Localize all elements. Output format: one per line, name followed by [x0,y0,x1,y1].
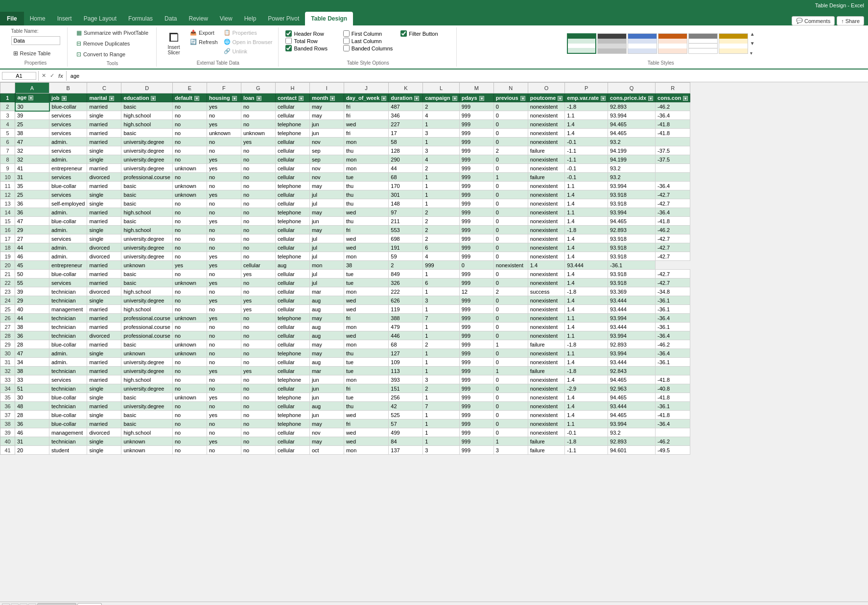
data-cell[interactable]: married [87,358,121,367]
data-cell[interactable]: 0 [493,296,528,305]
data-cell[interactable]: university.degree [121,367,172,375]
data-cell[interactable]: no [207,331,241,340]
data-cell[interactable]: 0 [493,252,528,261]
data-cell[interactable]: fri [344,419,388,428]
data-cell[interactable]: no [241,182,275,190]
data-cell[interactable]: jul [309,199,344,208]
data-cell[interactable]: no [207,111,241,120]
data-cell[interactable]: 93.918 [608,252,656,261]
data-cell[interactable]: divorced [87,243,121,252]
data-cell[interactable]: no [172,411,207,419]
data-cell[interactable]: -46.2 [656,102,690,111]
data-cell[interactable]: no [241,393,275,402]
data-cell[interactable]: nonexistent [528,129,565,138]
data-cell[interactable]: no [207,234,241,243]
data-cell[interactable]: 1 [423,323,459,331]
data-cell[interactable]: no [241,217,275,226]
data-cell[interactable]: no [207,199,241,208]
data-cell[interactable]: unknown [172,349,207,358]
data-cell[interactable]: wed [344,305,388,314]
data-cell[interactable]: 84 [389,437,423,446]
data-cell[interactable]: 148 [389,199,423,208]
header-cell-housing[interactable]: housing▾ [207,93,241,102]
data-cell[interactable]: jun [309,411,344,419]
data-cell[interactable]: single [87,155,121,164]
data-cell[interactable]: 479 [389,323,423,331]
data-cell[interactable]: failure [528,146,565,155]
data-cell[interactable]: no [241,437,275,446]
data-cell[interactable]: 0 [493,234,528,243]
data-cell[interactable]: jun [309,375,344,384]
data-cell[interactable]: 25 [15,120,49,129]
data-cell[interactable]: services [49,146,87,155]
data-cell[interactable]: 4 [423,252,459,261]
data-cell[interactable]: no [172,287,207,296]
data-cell[interactable]: -36.4 [656,208,690,217]
data-cell[interactable]: 999 [459,146,493,155]
data-cell[interactable]: -36.4 [656,111,690,120]
confirm-formula-icon[interactable]: ✓ [49,72,55,79]
data-cell[interactable]: basic [121,199,172,208]
data-cell[interactable]: yes [241,305,275,314]
data-cell[interactable]: 1.4 [528,261,565,270]
data-cell[interactable]: -42.7 [656,243,690,252]
data-cell[interactable]: nonexistent [528,208,565,217]
data-cell[interactable]: thu [344,190,388,199]
data-cell[interactable]: 93.918 [608,190,656,199]
data-cell[interactable] [656,173,690,182]
data-cell[interactable]: 1.4 [565,393,608,402]
data-cell[interactable]: single [87,190,121,199]
data-cell[interactable]: jul [309,252,344,261]
data-cell[interactable]: telephone [275,129,309,138]
data-cell[interactable]: 191 [389,243,423,252]
data-cell[interactable]: basic [121,102,172,111]
data-cell[interactable]: 29 [15,296,49,305]
data-cell[interactable]: single [87,111,121,120]
data-cell[interactable]: -37.5 [656,155,690,164]
data-cell[interactable]: cellular [275,164,309,173]
data-cell[interactable]: technician [49,314,87,323]
data-cell[interactable]: blue-collar [49,340,87,349]
spreadsheet[interactable]: A B C D E F G H I J K L M N O P Q [0,82,868,602]
data-cell[interactable]: yes [172,261,207,270]
col-header-F[interactable]: F [207,83,241,93]
data-cell[interactable]: married [87,314,121,323]
data-cell[interactable]: 1 [493,437,528,446]
col-header-B[interactable]: B [49,83,87,93]
data-cell[interactable]: university.degree [121,384,172,393]
formula-input[interactable] [69,73,866,79]
data-cell[interactable]: 0 [493,331,528,340]
data-cell[interactable]: married [87,305,121,314]
data-cell[interactable]: no [172,129,207,138]
insert-slicer-button[interactable]: ⧠ InsertSlicer [162,28,186,58]
data-cell[interactable]: -0.1 [565,164,608,173]
data-cell[interactable]: 151 [389,384,423,393]
data-cell[interactable]: 48 [15,402,49,411]
remove-duplicates-button[interactable]: ⊟ Remove Duplicates [74,39,132,48]
data-cell[interactable]: unknown [207,129,241,138]
data-cell[interactable]: 999 [459,428,493,437]
data-cell[interactable]: no [241,102,275,111]
data-cell[interactable]: no [172,419,207,428]
data-cell[interactable]: services [49,173,87,182]
data-cell[interactable]: blue-collar [49,393,87,402]
data-cell[interactable]: no [241,243,275,252]
data-cell[interactable]: wed [344,428,388,437]
data-cell[interactable]: nonexistent [528,120,565,129]
data-cell[interactable]: thu [344,402,388,411]
data-cell[interactable]: no [207,428,241,437]
data-cell[interactable]: high.school [121,428,172,437]
data-cell[interactable]: nonexistent [528,226,565,234]
data-cell[interactable]: 93.994 [608,331,656,340]
data-cell[interactable]: nonexistent [528,279,565,287]
col-header-N[interactable]: N [493,83,528,93]
data-cell[interactable]: -34.8 [656,287,690,296]
data-cell[interactable]: 1 [423,270,459,279]
data-cell[interactable]: wed [344,120,388,129]
styles-scroll-more[interactable]: ▾ [750,50,755,56]
data-cell[interactable]: 1.4 [565,217,608,226]
data-cell[interactable]: services [49,120,87,129]
data-cell[interactable]: married [87,102,121,111]
data-cell[interactable]: 93.918 [608,270,656,279]
header-cell-education[interactable]: education▾ [121,93,172,102]
